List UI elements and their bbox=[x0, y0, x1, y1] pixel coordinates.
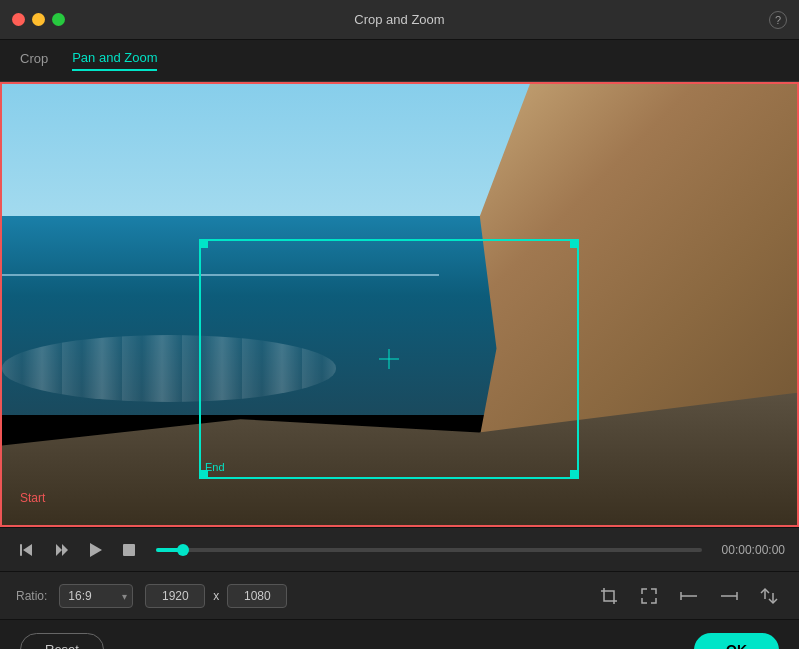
tab-crop[interactable]: Crop bbox=[20, 51, 48, 70]
close-button[interactable] bbox=[12, 13, 25, 26]
crosshair-icon bbox=[379, 349, 399, 369]
play-icon bbox=[87, 542, 103, 558]
pan-zoom-selection-box[interactable]: End bbox=[199, 239, 579, 479]
corner-handle-tr[interactable] bbox=[570, 240, 578, 248]
frame-forward-button[interactable] bbox=[48, 537, 74, 563]
dimension-separator: x bbox=[213, 589, 219, 603]
ratio-label: Ratio: bbox=[16, 589, 47, 603]
maximize-button[interactable] bbox=[52, 13, 65, 26]
corner-handle-tl[interactable] bbox=[200, 240, 208, 248]
step-back-button[interactable] bbox=[14, 537, 40, 563]
corner-handle-br[interactable] bbox=[570, 470, 578, 478]
stop-button[interactable] bbox=[116, 537, 142, 563]
playback-controls: 00:00:00:00 bbox=[0, 527, 799, 571]
fit-icon-button[interactable] bbox=[635, 582, 663, 610]
window-controls[interactable] bbox=[12, 13, 65, 26]
svg-marker-2 bbox=[56, 544, 62, 556]
help-button[interactable]: ? bbox=[769, 11, 787, 29]
width-input[interactable] bbox=[145, 584, 205, 608]
svg-rect-0 bbox=[20, 544, 22, 556]
svg-marker-4 bbox=[90, 543, 102, 557]
swap-icon-button[interactable] bbox=[755, 582, 783, 610]
play-button[interactable] bbox=[82, 537, 108, 563]
tabs-bar: Crop Pan and Zoom bbox=[0, 40, 799, 82]
video-preview: End Start bbox=[0, 82, 799, 527]
stop-icon bbox=[121, 542, 137, 558]
start-label: Start bbox=[20, 491, 45, 505]
height-input[interactable] bbox=[227, 584, 287, 608]
progress-bar[interactable] bbox=[156, 548, 702, 552]
crop-icon-button[interactable] bbox=[595, 582, 623, 610]
settings-bar: Ratio: 16:9 4:3 1:1 9:16 Custom x bbox=[0, 571, 799, 619]
align-left-button[interactable] bbox=[675, 582, 703, 610]
progress-thumb[interactable] bbox=[177, 544, 189, 556]
title-bar: Crop and Zoom ? bbox=[0, 0, 799, 40]
svg-rect-5 bbox=[123, 544, 135, 556]
end-label: End bbox=[205, 461, 225, 473]
ratio-select[interactable]: 16:9 4:3 1:1 9:16 Custom bbox=[59, 584, 133, 608]
minimize-button[interactable] bbox=[32, 13, 45, 26]
svg-marker-3 bbox=[62, 544, 68, 556]
reset-button[interactable]: Reset bbox=[20, 633, 104, 649]
window-title: Crop and Zoom bbox=[354, 12, 444, 27]
dimension-inputs: x bbox=[145, 584, 287, 608]
tab-pan-zoom[interactable]: Pan and Zoom bbox=[72, 50, 157, 71]
step-back-icon bbox=[19, 542, 35, 558]
frame-forward-icon bbox=[53, 542, 69, 558]
help-icon: ? bbox=[775, 14, 781, 26]
ok-button[interactable]: OK bbox=[694, 633, 779, 650]
svg-marker-1 bbox=[23, 544, 32, 556]
ratio-select-wrapper[interactable]: 16:9 4:3 1:1 9:16 Custom bbox=[59, 584, 133, 608]
time-display: 00:00:00:00 bbox=[722, 543, 785, 557]
action-bar: Reset OK bbox=[0, 619, 799, 649]
align-right-button[interactable] bbox=[715, 582, 743, 610]
